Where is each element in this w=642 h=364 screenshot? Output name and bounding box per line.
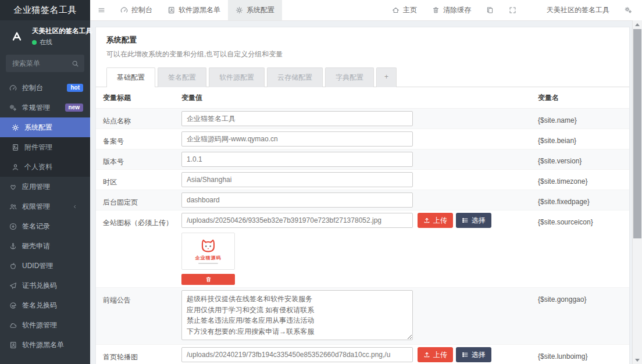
nav-settings[interactable] xyxy=(617,0,640,20)
nav-dashboard[interactable]: 控制台 xyxy=(113,0,160,20)
site-icon-preview-subline xyxy=(198,263,218,264)
sidebar-item-shell-requests[interactable]: 砸壳申请 xyxy=(0,236,90,256)
nav-home[interactable]: 主页 xyxy=(384,0,425,20)
row-version-input[interactable] xyxy=(181,152,413,167)
row-timezone-input[interactable] xyxy=(181,172,413,187)
upload-button[interactable]: 上传 xyxy=(418,213,453,228)
nav-fullscreen[interactable] xyxy=(501,0,524,20)
gauge-icon xyxy=(9,84,17,92)
site-icon-preview: 企业猫源码 xyxy=(181,233,235,270)
app-brand-title: 企业猫签名工具 xyxy=(0,0,90,20)
tab-basic[interactable]: 基础配置 xyxy=(106,67,155,87)
nav-home-label: 主页 xyxy=(403,5,417,15)
row-gonggao-value-cell: 超级科技仅提供在线签名和软件安装服务 应用仅供用于学习和交流 如有侵权请联系 禁… xyxy=(181,290,538,342)
sidebar-item-source-blacklist-label: 软件源黑名单 xyxy=(22,340,64,350)
upload-button[interactable]: 上传 xyxy=(418,347,453,362)
tab-source[interactable]: 软件源配置 xyxy=(209,67,265,87)
row-gonggao-textarea[interactable]: 超级科技仅提供在线签名和软件安装服务 应用仅供用于学习和交流 如有侵权请联系 禁… xyxy=(181,290,413,340)
delete-image-button[interactable] xyxy=(181,274,235,285)
nav-clear-cache[interactable]: 清除缓存 xyxy=(425,0,479,20)
col-header-var: 变量名 xyxy=(538,93,622,103)
gauge-icon xyxy=(120,6,128,14)
row-sourceicon-varname: {$site.sourceicon} xyxy=(538,213,622,285)
sidebar: 企业猫签名工具 天美社区的签名工具 在线 控制台hot常规管理new系统配置附件… xyxy=(0,0,90,364)
sidebar-item-udid[interactable]: UDID管理 xyxy=(0,256,90,276)
row-fixedpage-input[interactable] xyxy=(181,192,413,208)
users-icon xyxy=(9,203,17,210)
tab-add[interactable]: + xyxy=(376,67,397,87)
search-icon[interactable] xyxy=(72,60,79,67)
sidebar-item-source-blacklist[interactable]: 软件源黑名单 xyxy=(0,335,90,355)
file-icon xyxy=(12,144,19,151)
nav-copy[interactable] xyxy=(479,0,501,20)
upload-icon xyxy=(423,351,430,358)
top-navbar: 控制台软件源黑名单系统配置 主页清除缓存天美社区的签名工具 xyxy=(90,0,642,21)
row-sourceicon-input[interactable] xyxy=(181,213,413,228)
sidebar-item-apps[interactable]: 应用管理 xyxy=(0,177,90,197)
online-dot-icon xyxy=(32,40,37,45)
sidebar-item-attachments[interactable]: 附件管理 xyxy=(0,137,90,157)
row-version-value-cell xyxy=(181,152,538,167)
tab-dict[interactable]: 字典配置 xyxy=(325,67,374,87)
row-lunboimg-input-line: 上传选择 xyxy=(181,347,538,362)
scroll-up-arrow[interactable] xyxy=(633,20,642,28)
sidebar-item-cert-codes[interactable]: 证书兑换码 xyxy=(0,276,90,295)
row-fixedpage-value-cell xyxy=(181,192,538,208)
nav-system-config[interactable]: 系统配置 xyxy=(228,0,282,20)
nav-user[interactable]: 天美社区的签名工具 xyxy=(524,0,617,20)
menu-icon xyxy=(98,6,105,14)
row-version-input-line xyxy=(181,152,538,167)
row-sourceicon-label: 全站图标（必须上传） xyxy=(103,213,181,285)
tab-cloud-storage[interactable]: 云存储配置 xyxy=(267,67,323,87)
site-icon-preview-text: 企业猫源码 xyxy=(195,255,222,261)
row-fixedpage-varname: {$site.fixedpage} xyxy=(538,192,622,208)
row-version-varname: {$site.version} xyxy=(538,152,622,167)
choose-button[interactable]: 选择 xyxy=(456,347,491,362)
page-subtitle: 可以在此增改系统的变量和分组,也可以自定义分组和变量 xyxy=(106,49,619,59)
tab-sign[interactable]: 签名配置 xyxy=(158,67,206,87)
menu-toggle[interactable] xyxy=(90,0,113,20)
row-site-name: 站点名称{$site.name} xyxy=(96,109,629,129)
sidebar-item-system-config[interactable]: 系统配置 xyxy=(0,117,90,137)
list-icon xyxy=(462,351,469,358)
sidebar-item-general[interactable]: 常规管理new xyxy=(0,98,90,117)
sidebar-item-source-manage-label: 软件源管理 xyxy=(22,320,57,330)
trash-icon xyxy=(432,6,440,14)
sidebar-item-dashboard-label: 控制台 xyxy=(22,83,43,93)
sidebar-item-permissions[interactable]: 权限管理 xyxy=(0,197,90,216)
nav-source-blacklist[interactable]: 软件源黑名单 xyxy=(160,0,228,20)
table-header: 变量标题 变量值 变量名 xyxy=(96,87,629,109)
sidebar-item-source-manage[interactable]: 软件源管理 xyxy=(0,315,90,335)
scroll-down-arrow[interactable] xyxy=(633,356,642,364)
home-icon xyxy=(392,6,400,14)
row-lunboimg-input[interactable] xyxy=(181,347,413,362)
sidebar-item-profile[interactable]: 个人资料 xyxy=(0,157,90,177)
sidebar-item-sign-codes[interactable]: 签名兑换码 xyxy=(0,295,90,315)
page-title: 系统配置 xyxy=(106,35,619,45)
row-site-name-input[interactable] xyxy=(181,111,413,126)
config-card: 系统配置 可以在此增改系统的变量和分组,也可以自定义分组和变量 基础配置签名配置… xyxy=(96,27,629,364)
row-sourceicon: 全站图标（必须上传）上传选择企业猫源码{$site.sourceicon} xyxy=(96,210,629,288)
row-version: 版本号{$site.version} xyxy=(96,149,629,170)
cloud-icon xyxy=(9,322,17,329)
sidebar-search xyxy=(6,55,84,72)
nav-system-config-label: 系统配置 xyxy=(247,5,274,15)
row-beian-input[interactable] xyxy=(181,131,413,147)
sidebar-item-sign-records[interactable]: 签名记录 xyxy=(0,216,90,236)
new-badge: new xyxy=(65,104,83,112)
row-beian-value-cell xyxy=(181,131,538,147)
config-tabs: 基础配置签名配置软件源配置云存储配置字典配置+ xyxy=(96,67,629,87)
sidebar-item-profile-label: 个人资料 xyxy=(24,162,52,172)
row-timezone-value-cell xyxy=(181,172,538,187)
main-content: 系统配置 可以在此增改系统的变量和分组,也可以自定义分组和变量 基础配置签名配置… xyxy=(90,20,633,364)
row-timezone: 时区{$site.timezone} xyxy=(96,170,629,190)
cogs-icon xyxy=(625,6,632,14)
page-scrollbar[interactable] xyxy=(632,20,642,364)
scrollbar-thumb[interactable] xyxy=(633,29,641,238)
user-avatar[interactable] xyxy=(7,27,27,47)
choose-button[interactable]: 选择 xyxy=(456,213,491,228)
search-input[interactable] xyxy=(11,59,72,68)
row-timezone-label: 时区 xyxy=(103,172,181,187)
sidebar-item-dashboard[interactable]: 控制台hot xyxy=(0,78,90,98)
user-avatar-icon xyxy=(532,5,543,16)
